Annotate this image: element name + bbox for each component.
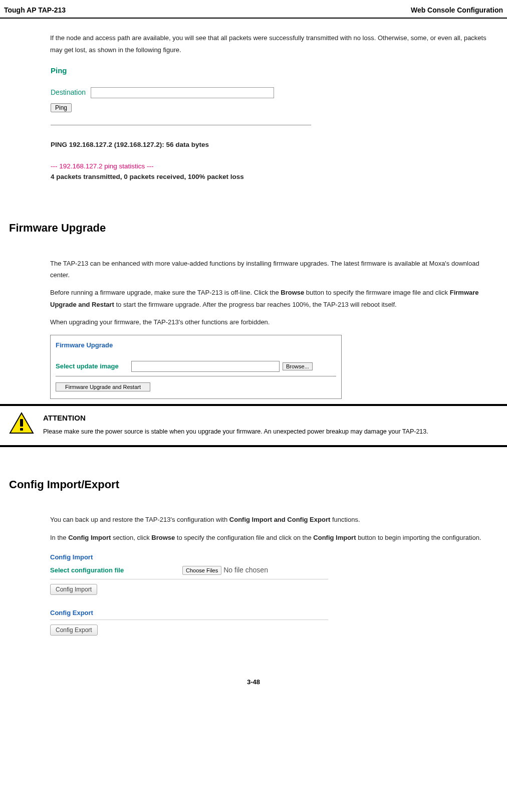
ping-dest-row: Destination (51, 86, 321, 99)
ping-dest-input[interactable] (91, 87, 274, 98)
cfg-export-button[interactable]: Config Export (50, 625, 98, 636)
ping-output: PING 192.168.127.2 (192.168.127.2): 56 d… (51, 139, 321, 182)
fw-para3: When upgrading your firmware, the TAP-21… (50, 316, 498, 328)
cfg-para2: In the Config Import section, click Brow… (50, 532, 498, 543)
cfg-choose-button[interactable]: Choose Files (182, 566, 221, 575)
cfg-hr1 (50, 579, 328, 579)
fw-shot-label: Select update image (56, 360, 128, 372)
header-left: Tough AP TAP-213 (4, 4, 66, 17)
fw-hr (56, 376, 336, 376)
ping-divider (51, 125, 311, 125)
fw-para1: The TAP-213 can be enhanced with more va… (50, 258, 498, 281)
ping-out-line2: --- 192.168.127.2 ping statistics --- (51, 161, 321, 172)
ping-screenshot: Ping Destination Ping PING 192.168.127.2… (50, 63, 322, 183)
warning-icon (9, 412, 34, 438)
cfg-hr2 (50, 620, 328, 620)
fw-screenshot: Firmware Upgrade Select update image Bro… (50, 335, 342, 399)
ping-out-line3: 4 packets transmitted, 0 packets receive… (51, 171, 321, 182)
fw-submit-button[interactable]: Firmware Upgrade and Restart (56, 382, 150, 391)
cfg-no-file-chosen: No file chosen (223, 564, 268, 576)
svg-rect-2 (20, 428, 23, 431)
fw-shot-title: Firmware Upgrade (56, 339, 336, 351)
cfg-export-title: Config Export (50, 607, 331, 619)
page-number: 3-48 (0, 676, 507, 688)
fw-file-input[interactable] (131, 361, 280, 372)
attention-box: ATTENTION Please make sure the power sou… (0, 404, 507, 447)
fw-para2: Before running a firmware upgrade, make … (50, 287, 498, 310)
attention-title: ATTENTION (43, 411, 428, 425)
fw-browse-button[interactable]: Browse... (283, 362, 313, 370)
page-header: Tough AP TAP-213 Web Console Configurati… (0, 4, 507, 19)
ping-out-line1: PING 192.168.127.2 (192.168.127.2): 56 d… (51, 139, 321, 150)
svg-rect-1 (20, 419, 23, 427)
cfg-para1: You can back up and restore the TAP-213'… (50, 514, 498, 525)
firmware-heading: Firmware Upgrade (9, 218, 498, 238)
ping-title: Ping (51, 64, 321, 77)
config-heading: Config Import/Export (9, 475, 498, 495)
header-right: Web Console Configuration (411, 4, 503, 17)
intro-paragraph: If the node and access path are availabl… (50, 32, 498, 56)
cfg-screenshot: Config Import Select configuration file … (50, 551, 331, 636)
cfg-import-button[interactable]: Config Import (50, 584, 97, 595)
cfg-import-title: Config Import (50, 551, 331, 563)
ping-button[interactable]: Ping (51, 103, 72, 112)
fw-shot-row: Select update image Browse... (56, 360, 336, 372)
ping-dest-label: Destination (51, 86, 86, 99)
attention-body: Please make sure the power source is sta… (43, 427, 428, 437)
cfg-import-label: Select configuration file (50, 564, 180, 576)
cfg-import-row: Select configuration file Choose Files N… (50, 564, 331, 576)
